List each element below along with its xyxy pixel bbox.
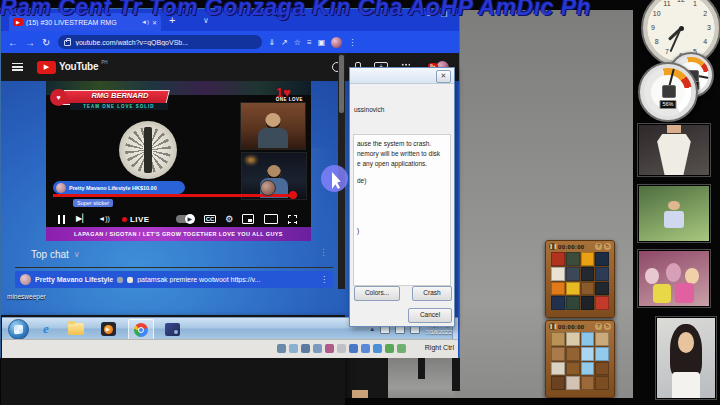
photo-thumbnail-group[interactable] <box>637 249 711 308</box>
dialog-option-fragment1[interactable]: de) <box>357 177 366 184</box>
vbox-usb-icon[interactable] <box>325 344 334 353</box>
cpu-meter-gadget[interactable]: 92% 56% <box>638 50 718 122</box>
vbox-recording-icon[interactable] <box>361 344 370 353</box>
taskbar-ie[interactable]: e <box>34 319 58 339</box>
puzzle-help-icon[interactable]: ? <box>595 243 602 250</box>
reading-list-icon[interactable]: ≡ <box>307 38 312 47</box>
miniplayer-icon[interactable] <box>242 214 254 224</box>
start-button[interactable] <box>8 319 29 340</box>
virtualbox-vm-window[interactable]: — ❒ minesweeper ▶ (15) #30 LIVESTREAM RM… <box>0 8 460 358</box>
dialog-close-icon[interactable]: ✕ <box>436 70 451 83</box>
puzzle-tile[interactable] <box>551 296 565 310</box>
puzzle-tile[interactable] <box>595 362 609 376</box>
puzzle-tile[interactable] <box>595 347 609 361</box>
vbox-network-icon[interactable] <box>313 344 322 353</box>
photo-thumbnail-garden[interactable] <box>637 184 711 243</box>
puzzle1-grid[interactable] <box>551 252 609 310</box>
puzzle-tile[interactable] <box>595 332 609 346</box>
puzzle-tile[interactable] <box>566 267 580 281</box>
puzzle-tile[interactable] <box>581 296 595 310</box>
dialog-option-fragment2[interactable]: ) <box>357 227 359 234</box>
fullscreen-icon[interactable] <box>288 215 297 224</box>
puzzle-tile[interactable] <box>581 362 595 376</box>
settings-gear-icon[interactable]: ⚙ <box>225 215 233 224</box>
puzzle-tile[interactable] <box>581 347 595 361</box>
puzzle-tile[interactable] <box>595 376 609 390</box>
puzzle-tile[interactable] <box>595 267 609 281</box>
pause-button[interactable] <box>58 215 65 224</box>
taskbar-media-player[interactable]: ▶ <box>96 319 120 339</box>
scrollbar-thumb[interactable] <box>339 55 344 113</box>
puzzle-tile[interactable] <box>566 347 580 361</box>
share-icon[interactable]: ↗ <box>281 38 288 47</box>
browser-menu-icon[interactable]: ⋮ <box>348 38 356 47</box>
progress-scrubber[interactable] <box>289 191 297 199</box>
cancel-button[interactable]: Cancel <box>408 308 452 323</box>
superchat-pill[interactable]: Pretty Mavano Lifestyle HK$10.00 <box>53 181 185 194</box>
vbox-mouse-icon[interactable] <box>385 344 394 353</box>
next-button[interactable]: ▶▏ <box>76 215 88 223</box>
desktop-icon-minesweeper[interactable]: minesweeper <box>7 293 46 300</box>
puzzle-tile[interactable] <box>595 296 609 310</box>
puzzle-tile[interactable] <box>551 376 565 390</box>
puzzle-tile[interactable] <box>551 332 565 346</box>
puzzle-tile[interactable] <box>581 332 595 346</box>
taskbar-explorer[interactable] <box>64 319 88 339</box>
vbox-cd-icon[interactable] <box>289 344 298 353</box>
puzzle-tile[interactable] <box>551 282 565 296</box>
picture-puzzle-gadget-2[interactable]: ❚❚ 00:00:00 ? ↻ <box>545 320 615 398</box>
video-progress-bar[interactable] <box>53 194 293 197</box>
puzzle-tile[interactable] <box>566 332 580 346</box>
puzzle-tile[interactable] <box>566 296 580 310</box>
picture-puzzle-gadget-1[interactable]: ❚❚ 00:00:00 ? ↻ <box>545 240 615 318</box>
puzzle-tile[interactable] <box>566 362 580 376</box>
puzzle-tile[interactable] <box>566 282 580 296</box>
vbox-hdd-icon[interactable] <box>277 344 286 353</box>
back-button[interactable]: ← <box>8 37 18 48</box>
reload-button[interactable]: ↻ <box>42 37 50 48</box>
address-bar[interactable]: youtube.com/watch?v=qQBgoVSb... <box>58 35 262 49</box>
chat-message-menu-icon[interactable]: ⋮ <box>320 275 328 284</box>
photo-thumbnail-dress[interactable] <box>637 123 711 177</box>
notmyfault-dialog[interactable]: ✕ ussinovich ause the system to crash. n… <box>349 67 455 327</box>
chat-message-row[interactable]: Pretty Mavano Lifestyle patamsak premier… <box>15 271 333 288</box>
puzzle-shuffle-icon[interactable]: ↻ <box>604 323 611 330</box>
autoplay-toggle[interactable]: ▶ <box>176 215 194 223</box>
browser-profile-avatar[interactable] <box>331 37 342 48</box>
puzzle-tile[interactable] <box>551 267 565 281</box>
forward-button[interactable]: → <box>25 37 35 48</box>
vbox-keyboard-icon[interactable] <box>397 344 406 353</box>
puzzle-tile[interactable] <box>581 282 595 296</box>
puzzle-tile[interactable] <box>595 282 609 296</box>
vbox-display-icon[interactable] <box>349 344 358 353</box>
puzzle-tile[interactable] <box>551 347 565 361</box>
captions-button[interactable]: CC <box>204 215 217 223</box>
puzzle-tile[interactable] <box>566 376 580 390</box>
puzzle-tile[interactable] <box>581 252 595 266</box>
puzzle2-grid[interactable] <box>551 332 609 390</box>
live-label[interactable]: LIVE <box>130 215 150 224</box>
video-player[interactable]: ♥ RMG BERNARD TEAM ONE LOVE SOLID 1♥ ONE… <box>46 81 311 241</box>
colors-button[interactable]: Colors... <box>354 286 400 301</box>
puzzle-help-icon[interactable]: ? <box>595 323 602 330</box>
bookmark-star-icon[interactable]: ☆ <box>294 38 301 47</box>
puzzle-tile[interactable] <box>595 252 609 266</box>
puzzle-tile[interactable] <box>581 376 595 390</box>
download-icon[interactable]: ⇓ <box>268 38 275 47</box>
puzzle-pause-icon[interactable]: ❚❚ <box>549 323 556 330</box>
puzzle-shuffle-icon[interactable]: ↻ <box>604 243 611 250</box>
taskbar-chrome[interactable] <box>128 319 154 341</box>
puzzle-pause-icon[interactable]: ❚❚ <box>549 243 556 250</box>
theater-mode-icon[interactable] <box>264 214 278 224</box>
side-panel-icon[interactable]: ▣ <box>318 38 326 47</box>
hamburger-menu-icon[interactable] <box>12 63 23 71</box>
volume-icon[interactable]: ◄)) <box>98 215 110 223</box>
vbox-shared-folders-icon[interactable] <box>337 344 346 353</box>
puzzle-tile[interactable] <box>581 267 595 281</box>
crash-button[interactable]: Crash <box>412 286 452 301</box>
puzzle-tile[interactable] <box>551 252 565 266</box>
taskbar-app[interactable] <box>160 319 184 339</box>
vbox-features-icon[interactable] <box>373 344 382 353</box>
top-chat-selector[interactable]: Top chat ∨ <box>31 249 80 260</box>
youtube-logo[interactable]: ▶ YouTube PH <box>37 61 107 74</box>
